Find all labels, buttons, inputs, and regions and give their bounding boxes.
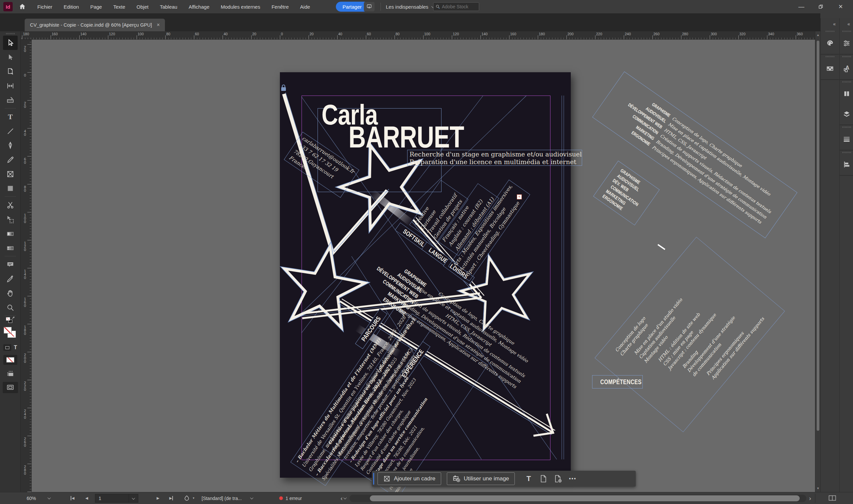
add-text-icon[interactable]: T — [521, 472, 536, 485]
publish-icon[interactable] — [364, 2, 375, 11]
search-input[interactable] — [442, 4, 472, 9]
paragraph-styles-panel-icon[interactable]: A — [840, 59, 853, 78]
direct-selection-tool[interactable] — [3, 50, 18, 64]
use-image-button[interactable]: Utiliser une image — [447, 472, 515, 485]
ruler-label: 0 — [280, 32, 283, 36]
ruler-label: 280 — [681, 32, 688, 36]
formatting-container-icon[interactable] — [3, 344, 11, 351]
cell-options-icon[interactable] — [3, 366, 18, 380]
last-page-button[interactable]: ▶ — [169, 496, 173, 500]
add-frame-button[interactable]: Ajouter un cadre — [378, 472, 441, 485]
pencil-tool[interactable] — [3, 152, 18, 167]
swap-swatches-control[interactable] — [5, 317, 15, 326]
restore-button[interactable] — [813, 0, 828, 13]
previous-page-button[interactable]: ◀ — [85, 496, 88, 500]
gradient-feather-tool[interactable] — [3, 241, 18, 255]
first-page-button[interactable]: ◀ — [71, 496, 74, 500]
zoom-control[interactable]: 60% — [27, 496, 50, 501]
split-view-icon[interactable] — [828, 495, 836, 502]
ruler-label: 140 — [481, 32, 487, 36]
menu-affichage[interactable]: Affichage — [189, 4, 209, 10]
zoom-tool[interactable] — [3, 300, 18, 314]
document-tab[interactable]: CV_graphiste - Copie - Copie.indd @ 60% … — [25, 19, 165, 31]
vertical-scrollbar-thumb[interactable] — [817, 41, 819, 431]
note-tool[interactable] — [3, 257, 18, 272]
adobe-stock-search[interactable] — [433, 2, 479, 11]
rectangle-tool[interactable] — [3, 181, 18, 195]
formatting-text-icon[interactable]: T — [14, 344, 17, 350]
lock-icon[interactable] — [281, 84, 286, 92]
preflight-profile-dropdown[interactable]: [Standard] (de tra... — [202, 496, 253, 501]
gap-tool[interactable] — [3, 78, 18, 93]
menu-objet[interactable]: Objet — [137, 4, 149, 10]
chevron-down-icon — [132, 496, 135, 500]
minimize-button[interactable]: — — [794, 0, 809, 13]
horizontal-scrollbar[interactable] — [350, 495, 806, 502]
add-page-icon[interactable] — [551, 472, 565, 485]
collapse-panels-icon[interactable]: « — [821, 18, 839, 29]
eyedropper-tool[interactable] — [3, 272, 18, 286]
color-panel-icon[interactable] — [821, 33, 839, 53]
properties-panel-icon[interactable] — [840, 33, 853, 53]
menu-texte[interactable]: Texte — [113, 4, 125, 10]
fill-stroke-control[interactable] — [4, 327, 17, 340]
screen-mode-button[interactable] — [3, 382, 18, 393]
gradient-tool[interactable] — [3, 227, 18, 241]
scroll-left-icon[interactable]: ‹ — [341, 495, 343, 502]
free-transform-tool[interactable] — [3, 212, 18, 227]
menu-edition[interactable]: Edition — [64, 4, 79, 10]
apply-none-button[interactable] — [3, 355, 17, 365]
document-tab-title: CV_graphiste - Copie - Copie.indd @ 60% … — [30, 22, 152, 28]
error-status[interactable]: 1 erreur — [279, 496, 346, 501]
horizontal-ruler[interactable]: 1801601401201008060402002040608010012014… — [21, 31, 815, 40]
frame-tool[interactable] — [3, 167, 18, 181]
swatches-panel-icon[interactable] — [821, 59, 839, 78]
close-button[interactable]: × — [833, 0, 848, 13]
more-options-icon[interactable]: ••• — [565, 472, 580, 485]
overset-text-indicator[interactable]: + — [517, 194, 522, 199]
align-panel-icon[interactable] — [840, 155, 853, 175]
page-number-field[interactable]: 1 — [95, 494, 138, 503]
chevron-down-icon — [250, 496, 253, 499]
menu-aide[interactable]: Aide — [300, 4, 310, 10]
layers-panel-icon[interactable] — [840, 104, 853, 124]
horizontal-scrollbar-thumb[interactable] — [370, 496, 800, 501]
formatting-affects-controls[interactable]: T — [3, 342, 17, 354]
pages-panel-icon[interactable] — [840, 84, 853, 104]
scroll-down-icon[interactable]: ▼ — [815, 487, 821, 490]
home-icon[interactable] — [19, 3, 26, 10]
menu-modules-externes[interactable]: Modules externes — [221, 4, 260, 10]
scroll-up-icon[interactable]: ▲ — [815, 33, 821, 37]
last-name[interactable]: BARRUET — [349, 122, 464, 152]
vertical-scrollbar[interactable]: ▲ ▼ — [815, 31, 820, 492]
hand-tool[interactable] — [3, 286, 18, 300]
content-collector-tool[interactable] — [3, 93, 18, 107]
ruler-label: 80 — [165, 32, 170, 36]
preflight-icon[interactable]: ▼ — [184, 495, 195, 502]
selection-tool[interactable] — [3, 36, 18, 50]
pasteboard-domain-stack[interactable]: GRAPHISME AUDIOVISUEL DÉV. WEB COMMUNICA… — [593, 161, 660, 226]
workspace-switcher[interactable]: Les indispensables — [386, 0, 434, 13]
competences-label[interactable]: COMPÉTENCES — [592, 375, 643, 389]
stroke-panel-icon[interactable] — [840, 129, 853, 149]
scissors-tool[interactable] — [3, 198, 18, 212]
tab-close-icon[interactable]: × — [157, 22, 160, 28]
next-page-button[interactable]: ▶ — [157, 496, 159, 500]
type-tool[interactable]: T — [3, 109, 18, 124]
pen-tool[interactable] — [3, 138, 18, 152]
menu-fenetre[interactable]: Fenêtre — [272, 4, 289, 10]
page-icon[interactable] — [536, 472, 551, 485]
menu-tableau[interactable]: Tableau — [160, 4, 178, 10]
collapse-panels-icon[interactable]: « — [840, 18, 853, 29]
share-button[interactable]: Partager — [336, 2, 368, 12]
ruler-label: 220 — [23, 380, 27, 391]
menu-fichier[interactable]: Fichier — [37, 4, 52, 10]
page-tool[interactable] — [3, 64, 18, 78]
vertical-ruler[interactable]: 2002040608010012014016018020022024026028… — [21, 40, 32, 492]
line-tool[interactable] — [3, 124, 18, 138]
menu-page[interactable]: Page — [90, 4, 102, 10]
scroll-right-icon[interactable]: › — [809, 495, 811, 502]
pasteboard-detail-block[interactable]: Conception de logo Charte graphique Mise… — [595, 237, 785, 432]
subtitle-frame[interactable]: Recherche d'un stage en graphisme et/ou … — [407, 150, 582, 166]
indesign-logo[interactable]: Id — [3, 2, 13, 11]
